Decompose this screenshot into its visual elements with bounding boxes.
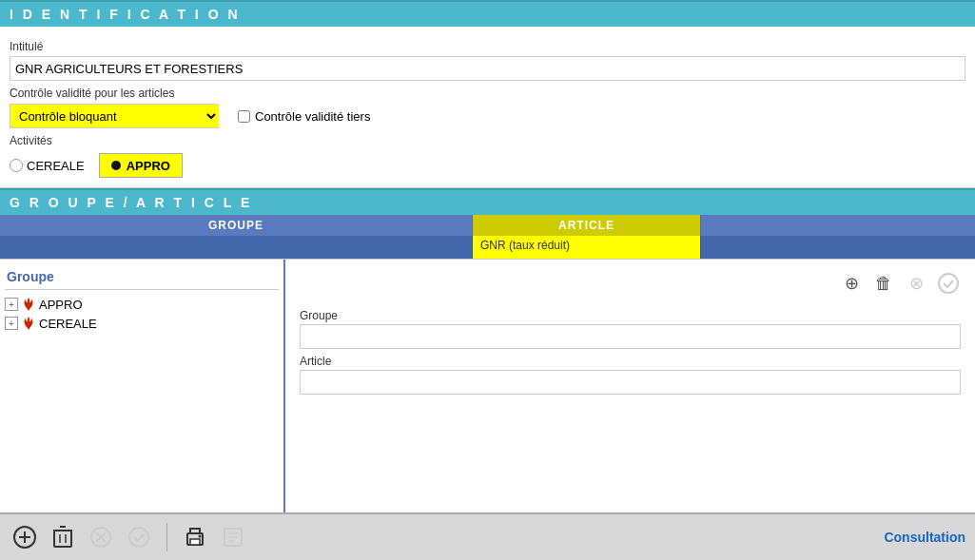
- validate-icon-btn: [936, 271, 961, 296]
- intitule-label: Intitulé: [10, 40, 965, 53]
- svg-point-0: [939, 274, 958, 293]
- table-data-row[interactable]: GNR (taux réduit): [0, 236, 975, 259]
- table-groupe-cell: [0, 236, 473, 259]
- right-panel: ⊕ 🗑 ⊗ Groupe A: [285, 260, 975, 512]
- tree-panel-title: Groupe: [5, 264, 279, 290]
- footer-print-btn[interactable]: [180, 522, 210, 552]
- controle-validite-tiers-container: Contrôle validité tiers: [238, 109, 370, 124]
- footer-cancel-btn: [86, 522, 116, 552]
- controle-select-container: Contrôle bloquant: [10, 104, 219, 128]
- flame-icon-cereale: [21, 316, 36, 331]
- cereale-label: CEREALE: [27, 159, 85, 173]
- article-field-group: Article: [300, 355, 961, 395]
- groupe-article-title: G R O U P E / A R T I C L E: [10, 195, 252, 210]
- expand-appro[interactable]: +: [5, 298, 18, 311]
- tree-label-cereale: CEREALE: [39, 317, 97, 331]
- flame-icon-appro: [21, 297, 36, 312]
- radio-cereale[interactable]: CEREALE: [10, 159, 85, 173]
- footer-add-btn[interactable]: [10, 522, 40, 552]
- groupe-article-header: G R O U P E / A R T I C L E: [0, 188, 975, 215]
- groupe-field-label: Groupe: [300, 309, 961, 322]
- col-groupe-header: GROUPE: [0, 215, 473, 236]
- bottom-area: Groupe + APPRO +: [0, 259, 975, 512]
- action-icons-row: ⊕ 🗑 ⊗: [300, 267, 961, 303]
- tree-label-appro: APPRO: [39, 298, 83, 312]
- identification-title: I D E N T I F I C A T I O N: [10, 7, 241, 22]
- controle-validite-label: Contrôle validité pour les articles: [10, 87, 965, 100]
- groupe-field-group: Groupe: [300, 309, 961, 349]
- appro-label: APPRO: [127, 159, 170, 173]
- activites-row: CEREALE APPRO: [10, 153, 965, 178]
- appro-dot: [111, 161, 121, 170]
- footer-divider-1: [166, 523, 167, 551]
- table-article-cell: GNR (taux réduit): [473, 236, 701, 259]
- groupe-field-input[interactable]: [300, 324, 961, 349]
- tree-panel: Groupe + APPRO +: [0, 260, 285, 512]
- controle-validite-tiers-label: Contrôle validité tiers: [255, 109, 370, 124]
- table-header-row: GROUPE ARTICLE: [0, 215, 975, 236]
- article-field-label: Article: [300, 355, 961, 368]
- radio-cereale-circle: [10, 159, 23, 172]
- svg-point-12: [129, 528, 148, 547]
- main-container: I D E N T I F I C A T I O N Intitulé Con…: [0, 0, 975, 560]
- identification-header: I D E N T I F I C A T I O N: [0, 0, 975, 27]
- footer-delete-btn[interactable]: [48, 522, 78, 552]
- tree-item-appro[interactable]: + APPRO: [5, 295, 279, 314]
- groupe-article-section: GROUPE ARTICLE GNR (taux réduit) Groupe …: [0, 215, 975, 512]
- expand-cereale[interactable]: +: [5, 317, 18, 330]
- controle-validite-tiers-checkbox[interactable]: [238, 110, 250, 123]
- intitule-input[interactable]: [10, 56, 965, 81]
- cancel-icon-btn: ⊗: [904, 271, 928, 296]
- activites-label: Activités: [10, 134, 965, 147]
- tree-item-cereale[interactable]: + CEREALE: [5, 314, 279, 333]
- footer-export-btn: [218, 522, 248, 552]
- appro-button[interactable]: APPRO: [99, 153, 183, 178]
- footer-validate-btn: [124, 522, 154, 552]
- svg-rect-14: [190, 539, 200, 545]
- controle-row: Contrôle bloquant Contrôle validité tier…: [10, 104, 965, 128]
- consultation-link[interactable]: Consultation: [884, 530, 965, 545]
- svg-rect-4: [54, 531, 71, 547]
- svg-point-15: [199, 535, 202, 538]
- col-article-header: ARTICLE: [473, 215, 701, 236]
- footer-toolbar: Consultation: [0, 512, 975, 560]
- add-icon-btn[interactable]: ⊕: [839, 271, 864, 296]
- article-field-input[interactable]: [300, 370, 961, 395]
- delete-icon-btn[interactable]: 🗑: [871, 271, 896, 296]
- identification-section: Intitulé Contrôle validité pour les arti…: [0, 27, 975, 188]
- controle-select[interactable]: Contrôle bloquant: [10, 104, 219, 128]
